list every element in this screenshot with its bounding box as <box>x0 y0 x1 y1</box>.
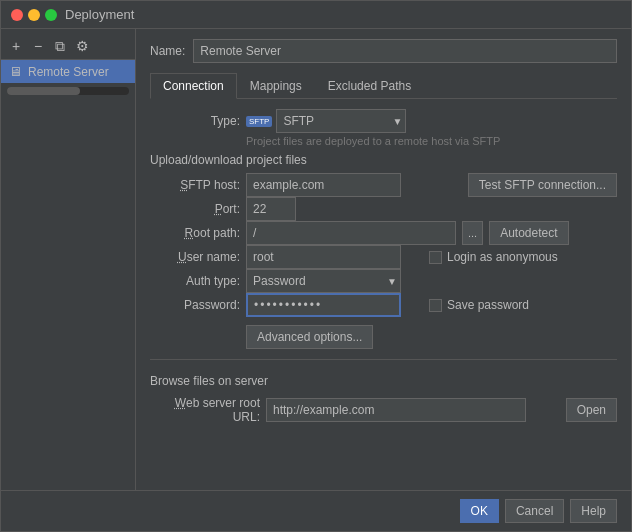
traffic-lights <box>11 9 57 21</box>
close-button[interactable] <box>11 9 23 21</box>
type-hint: Project files are deployed to a remote h… <box>246 135 617 147</box>
auth-type-row: Auth type: Password Key pair OpenSSH con… <box>150 269 617 293</box>
root-path-browse-button[interactable]: ... <box>462 221 483 245</box>
title-bar: Deployment <box>1 1 631 29</box>
password-input[interactable] <box>246 293 401 317</box>
divider <box>150 359 617 360</box>
auth-type-label: Auth type: <box>150 274 240 288</box>
maximize-button[interactable] <box>45 9 57 21</box>
password-row: Password: Save password <box>150 293 617 317</box>
save-password-text: Save password <box>447 298 529 312</box>
sftp-host-label: SFTP host: <box>150 178 240 192</box>
port-label: Port: <box>150 202 240 216</box>
deployment-window: Deployment + − ⧉ ⚙ 🖥 Remote Server <box>0 0 632 532</box>
anonymous-checkbox-label[interactable]: Login as anonymous <box>429 250 558 264</box>
sidebar-scrollbar[interactable] <box>7 87 129 95</box>
user-name-row: User name: Login as anonymous <box>150 245 617 269</box>
test-sftp-button[interactable]: Test SFTP connection... <box>468 173 617 197</box>
minimize-button[interactable] <box>28 9 40 21</box>
type-label: Type: <box>150 114 240 128</box>
server-icon: 🖥 <box>9 64 22 79</box>
ok-button[interactable]: OK <box>460 499 499 523</box>
user-name-input[interactable] <box>246 245 401 269</box>
sftp-icon: SFTP <box>246 116 272 127</box>
tab-connection[interactable]: Connection <box>150 73 237 99</box>
name-input[interactable] <box>193 39 617 63</box>
type-select[interactable]: SFTP <box>276 109 406 133</box>
main-panel: Name: Connection Mappings Excluded Paths… <box>136 29 631 490</box>
web-server-label: Web server root URL: <box>150 396 260 424</box>
tabs: Connection Mappings Excluded Paths <box>150 73 617 99</box>
port-input[interactable] <box>246 197 296 221</box>
save-password-label[interactable]: Save password <box>429 298 529 312</box>
browse-section: Browse files on server Web server root U… <box>150 374 617 424</box>
content-area: + − ⧉ ⚙ 🖥 Remote Server Name: C <box>1 29 631 490</box>
autodetect-button[interactable]: Autodetect <box>489 221 568 245</box>
type-row: Type: SFTP SFTP ▼ <box>150 109 617 133</box>
advanced-options-button[interactable]: Advanced options... <box>246 325 373 349</box>
web-server-url-input[interactable] <box>266 398 526 422</box>
root-path-label: Root path: <box>150 226 240 240</box>
auth-type-select-wrapper: Password Key pair OpenSSH config ▼ <box>246 269 401 293</box>
anonymous-checkbox[interactable] <box>429 251 442 264</box>
sftp-host-input[interactable] <box>246 173 401 197</box>
port-row: Port: <box>150 197 617 221</box>
sidebar-item-label: Remote Server <box>28 65 109 79</box>
tab-mappings[interactable]: Mappings <box>237 73 315 98</box>
open-button[interactable]: Open <box>566 398 617 422</box>
web-server-row: Web server root URL: Open <box>150 396 617 424</box>
browse-section-label: Browse files on server <box>150 374 617 388</box>
copy-server-button[interactable]: ⧉ <box>51 37 69 55</box>
tab-excluded-paths[interactable]: Excluded Paths <box>315 73 424 98</box>
remove-server-button[interactable]: − <box>29 37 47 55</box>
sidebar: + − ⧉ ⚙ 🖥 Remote Server <box>1 29 136 490</box>
sidebar-toolbar: + − ⧉ ⚙ <box>1 33 135 60</box>
advanced-btn-row: Advanced options... <box>246 325 617 349</box>
settings-server-button[interactable]: ⚙ <box>73 37 91 55</box>
sftp-host-row: SFTP host: Test SFTP connection... <box>150 173 617 197</box>
root-path-input[interactable] <box>246 221 456 245</box>
window-title: Deployment <box>65 7 134 22</box>
name-row: Name: <box>150 39 617 63</box>
password-label: Password: <box>150 298 240 312</box>
root-path-row: Root path: ... Autodetect <box>150 221 617 245</box>
anonymous-label: Login as anonymous <box>447 250 558 264</box>
cancel-button[interactable]: Cancel <box>505 499 564 523</box>
name-label: Name: <box>150 44 185 58</box>
type-select-wrapper: SFTP SFTP ▼ <box>246 109 406 133</box>
footer: OK Cancel Help <box>1 490 631 531</box>
add-server-button[interactable]: + <box>7 37 25 55</box>
user-name-label: User name: <box>150 250 240 264</box>
auth-type-select[interactable]: Password Key pair OpenSSH config <box>246 269 401 293</box>
upload-section-label: Upload/download project files <box>150 153 617 167</box>
sidebar-item-remote-server[interactable]: 🖥 Remote Server <box>1 60 135 83</box>
save-password-checkbox[interactable] <box>429 299 442 312</box>
help-button[interactable]: Help <box>570 499 617 523</box>
